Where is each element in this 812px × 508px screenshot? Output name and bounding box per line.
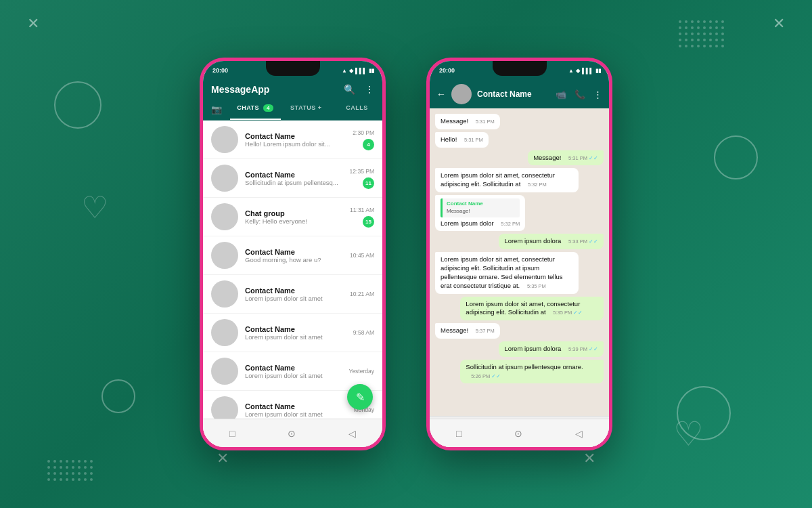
chat-info: Contact Name Good morning, how are u? [245,248,343,263]
chat-time: 11:31 AM [350,207,374,213]
voice-call-icon[interactable]: 📞 [574,89,585,100]
phones-container: 20:00 ▲ ◆ ▌▌▌ ▮▮ MessageApp 🔍 ⋮ 📷 CHATS … [0,0,812,508]
chat-info: Contact Name Hello! Lorem ipsum dolor si… [245,132,346,148]
message-row: Message! 5:31 PM [435,114,604,129]
circle-nav-icon[interactable]: ⊙ [288,428,296,439]
read-check: ✓✓ [573,310,583,316]
chat-preview: Lorem ipsum dolor sit amet [245,410,347,418]
chat-time: 12:35 PM [350,168,374,175]
list-item[interactable]: Contact Name Sollicitudin at ipsum pelle… [203,159,382,198]
message-bubble: Message! 5:31 PM [435,114,500,129]
chat-meta: Yesterday [349,368,375,375]
message-row: Lorem ipsum dolor sit amet, consectetur … [435,252,604,293]
home-nav-icon[interactable]: □ [229,428,235,439]
message-time: 5:32 PM [501,221,520,228]
list-item[interactable]: Contact Name Lorem ipsum dolor sit amet … [203,314,382,352]
chat-info: Contact Name Lorem ipsum dolor sit amet [245,287,343,302]
chat-meta: 12:35 PM 11 [350,168,374,189]
quoted-message: Contact Name Message! [441,198,520,217]
chat-preview: Hello! Lorem ipsum dolor sit... [245,140,346,148]
chat-name: Chat group [245,209,343,217]
read-check: ✓✓ [589,346,598,352]
tab-chats[interactable]: CHATS 4 [230,99,281,120]
phone2-notch [493,61,547,76]
home-nav-icon[interactable]: □ [456,428,461,439]
list-item[interactable]: Chat group Kelly: Hello everyone! 11:31 … [203,198,382,236]
chat-time: 10:45 AM [350,252,374,259]
message-time: 5:32 PM [528,182,547,188]
message-bubble: Hello! 5:31 PM [435,132,489,148]
message-text: Message! [533,154,561,161]
chat-preview: Good morning, how are u? [245,256,343,263]
chat-preview: Lorem ipsum dolor sit amet [245,333,346,341]
read-check: ✓✓ [589,155,598,161]
back-nav-icon[interactable]: ◁ [575,428,583,439]
list-item[interactable]: Contact Name Hello! Lorem ipsum dolor si… [203,121,382,159]
chat-meta: 10:21 AM [350,291,374,297]
phone2-status-icons: ▲ ◆ ▌▌▌ ▮▮ [568,68,601,74]
message-row: Sollicitudin at ipsum pellentesque ornar… [435,360,604,384]
message-row: Lorem ipsum dolor sit amet, consectetur … [435,168,604,192]
message-time: 5:35 PM [527,283,546,290]
phone1-status-icons: ▲ ◆ ▌▌▌ ▮▮ [342,68,374,74]
avatar [211,126,238,153]
chat-meta: 9:58 AM [353,329,374,336]
message-bubble: Lorem ipsum dolor sit amet, consectetur … [435,252,579,293]
chats-badge: 4 [263,104,273,112]
chat-name: Contact Name [245,132,346,140]
list-item[interactable]: Contact Name Good morning, how are u? 10… [203,236,382,275]
message-text: Lorem ipsum dolora [504,345,561,352]
new-chat-fab[interactable]: ✎ [347,384,373,410]
chat-menu-icon[interactable]: ⋮ [593,89,602,100]
message-bubble: Lorem ipsum dolora 5:33 PM ✓✓ [499,234,604,249]
chat-preview: Lorem ipsum dolor sit amet [245,295,343,302]
circle-nav-icon[interactable]: ⊙ [514,428,522,439]
message-bubble: Contact Name Message! Lorem ipsum dolor … [435,195,525,231]
message-time: 5:33 PM ✓✓ [568,238,598,246]
message-time: 5:37 PM [476,328,495,335]
phone2-time: 20:00 [439,67,455,74]
chat-name: Contact Name [245,402,347,410]
phone1-notch [266,61,320,76]
message-time: 5:26 PM ✓✓ [471,373,501,381]
message-time: 5:31 PM ✓✓ [568,155,598,163]
message-bubble: Lorem ipsum dolora 5:39 PM ✓✓ [499,341,604,357]
video-call-icon[interactable]: 📹 [556,89,566,100]
phone1-tabs: 📷 CHATS 4 STATUS + CALLS [203,99,382,121]
message-bubble: Message! 5:31 PM ✓✓ [528,150,604,166]
chat-name: Contact Name [245,248,343,256]
message-bubble: Sollicitudin at ipsum pellentesque ornar… [460,360,604,384]
message-row: Hello! 5:31 PM [435,132,604,148]
tab-calls[interactable]: CALLS [332,99,382,120]
message-row: Message! 5:31 PM ✓✓ [435,150,604,166]
chat-info: Contact Name Lorem ipsum dolor sit amet [245,364,342,379]
search-icon[interactable]: 🔍 [344,84,355,95]
phone1-time: 20:00 [212,67,228,74]
quoted-text: Message! [447,208,516,215]
chat-name: Contact Name [245,364,342,372]
unread-badge: 4 [363,139,374,150]
read-check: ✓✓ [589,238,598,245]
menu-icon[interactable]: ⋮ [365,84,374,95]
chat-header-icons: 📹 📞 ⋮ [556,89,602,100]
chat-name: Contact Name [245,325,346,333]
message-row: Contact Name Message! Lorem ipsum dolor … [435,195,604,231]
chat-info: Chat group Kelly: Hello everyone! [245,209,343,225]
message-bubble: Lorem ipsum dolor sit amet, consectetur … [460,297,604,321]
phone-chat-list: 20:00 ▲ ◆ ▌▌▌ ▮▮ MessageApp 🔍 ⋮ 📷 CHATS … [200,58,386,450]
phone2-bottom-nav: □ ⊙ ◁ [430,419,609,447]
avatar [211,319,238,346]
chat-info: Contact Name Sollicitudin at ipsum pelle… [245,171,343,186]
app-title: MessageApp [211,84,269,95]
message-bubble: Lorem ipsum dolor sit amet, consectetur … [435,168,579,192]
message-row: Lorem ipsum dolor sit amet, consectetur … [435,297,604,321]
chat-meta: 2:30 PM 4 [353,129,374,150]
chat-preview: Lorem ipsum dolor sit amet [245,372,342,379]
tab-camera[interactable]: 📷 [203,99,230,120]
message-time: 5:31 PM [476,119,495,125]
tab-status[interactable]: STATUS + [281,99,332,120]
back-button[interactable]: ← [436,89,446,100]
back-nav-icon[interactable]: ◁ [348,428,356,439]
unread-badge: 11 [363,177,374,189]
list-item[interactable]: Contact Name Lorem ipsum dolor sit amet … [203,275,382,314]
